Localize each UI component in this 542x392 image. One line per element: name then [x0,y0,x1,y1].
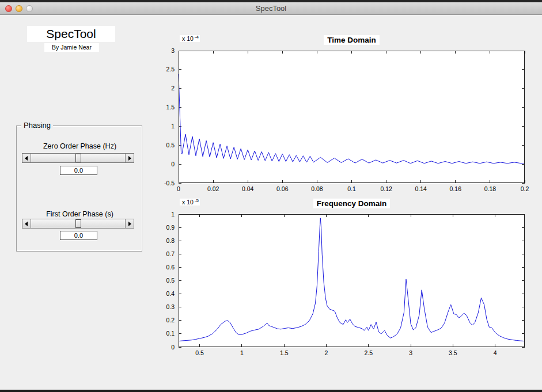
x-tick-label: 2.5 [364,349,373,356]
slider-thumb[interactable] [75,154,81,162]
figure-canvas: SpecTool By Jamie Near Phasing Zero Orde… [0,15,542,390]
y-tick-label: 0.6 [166,264,175,271]
x-tick-label: 2 [325,349,328,356]
y-tick-label: 0.9 [166,224,175,231]
frequency-domain-title: Frequency Domain [179,199,525,208]
x-tick-label: 0.18 [484,185,496,192]
slider-thumb[interactable] [75,219,81,228]
y-tick-label: 0.5 [166,277,175,284]
phasing-panel-title: Phasing [21,121,53,130]
x-tick-label: 4 [494,349,497,356]
x-tick-label: 3 [409,349,412,356]
axes-background [179,51,525,183]
left-arrow-icon [25,156,28,161]
y-tick-label: 0.4 [166,290,175,297]
x-tick-label: 0 [177,185,180,192]
y-tick-label: 0 [171,161,175,168]
time-domain-exponent-label: x 10-4 [180,34,200,42]
y-tick-label: 3 [171,47,175,54]
x-tick-label: 0.2 [521,185,529,192]
first-order-phase-label: First Order Phase (s) [17,210,143,218]
y-tick-label: 0.3 [166,303,175,310]
x-tick-label: 1 [240,349,244,356]
spectool-window: SpecTool SpecTool By Jamie Near Phasing … [0,0,542,392]
byline-label: By Jamie Near [44,43,99,52]
window-titlebar[interactable]: SpecTool [0,2,542,15]
x-tick-label: 0.5 [195,349,204,356]
right-arrow-icon [128,156,131,161]
zero-order-phase-value-field[interactable] [60,166,97,175]
slider-left-arrow-button[interactable] [22,219,31,228]
slider-left-arrow-button[interactable] [22,154,31,162]
phasing-panel: Phasing Zero Order Phase (Hz) First Orde… [16,125,142,252]
x-tick-label: 0.12 [380,185,392,192]
y-tick-label: 2.5 [166,66,175,73]
background-window-strip-bottom [0,390,542,392]
x-tick-label: 3.5 [449,349,457,356]
zero-order-phase-slider[interactable] [22,153,134,163]
y-tick-label: 0 [171,344,175,351]
x-tick-label: 0.06 [276,185,289,192]
y-tick-label: 0.1 [166,330,175,337]
window-title: SpecTool [0,4,542,13]
y-tick-label: 1.5 [166,104,175,111]
first-order-phase-slider[interactable] [22,219,134,229]
y-tick-label: 0.2 [166,317,175,324]
right-arrow-icon [128,222,131,226]
y-tick-label: 0.7 [166,250,175,257]
x-tick-label: 0.16 [450,185,462,192]
x-tick-label: 0.02 [207,185,219,192]
app-title-label: SpecTool [27,26,115,42]
y-tick-label: 2 [171,85,175,92]
first-order-phase-value-field[interactable] [60,231,97,240]
axes-background [179,214,525,347]
y-tick-label: -0.5 [164,180,175,187]
time-domain-plot: 00.020.040.060.080.10.120.140.160.180.2-… [179,51,525,183]
y-tick-label: 0.5 [166,142,175,149]
x-tick-label: 0.08 [311,185,323,192]
y-tick-label: 1 [171,123,175,130]
x-tick-label: 1.5 [280,349,289,356]
zero-order-phase-label: Zero Order Phase (Hz) [17,142,143,150]
y-tick-label: 0.8 [166,237,175,244]
slider-right-arrow-button[interactable] [125,154,134,162]
frequency-domain-exponent-label: x 10-5 [180,197,200,205]
x-tick-label: 0.1 [347,185,356,192]
x-tick-label: 0.04 [242,185,254,192]
time-domain-title: Time Domain [179,36,525,44]
left-arrow-icon [25,222,28,226]
slider-right-arrow-button[interactable] [125,219,134,228]
frequency-domain-plot: 0.511.522.533.5400.10.20.30.40.50.60.70.… [179,214,525,347]
x-tick-label: 0.14 [415,185,427,192]
y-tick-label: 1 [171,211,175,218]
